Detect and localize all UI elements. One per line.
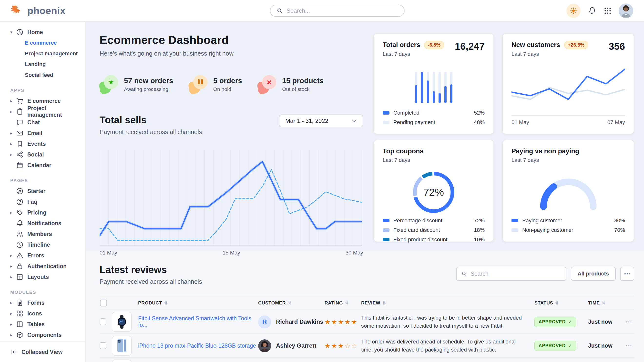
main-content: Ecommerce Dashboard Here's what's going …: [86, 22, 644, 362]
reviews-search-input[interactable]: Search: [456, 267, 566, 281]
sidebar-subitem-landing[interactable]: Landing: [6, 59, 79, 70]
top-coupons-card: Top coupons Last 7 days 72% Percentage d…: [373, 140, 494, 242]
stat-awating-processing: ★57 new ordersAwating processing: [100, 75, 173, 94]
sidebar-item-faq[interactable]: Faq: [6, 196, 79, 207]
global-search-input[interactable]: Search...: [270, 5, 404, 17]
iphone-image: [112, 336, 132, 356]
date-range-value: Mar 1 - 31, 2022: [285, 118, 328, 124]
sort-icon: ⇅: [602, 301, 606, 305]
sidebar-item-components[interactable]: ▸Components: [6, 330, 79, 340]
caret-right-icon: ▸: [10, 333, 16, 338]
sidebar-item-email[interactable]: ▸Email: [6, 128, 79, 139]
column-header-status[interactable]: STATUS⇅: [534, 300, 588, 306]
product-image: [112, 360, 132, 362]
chat-icon: [16, 119, 24, 126]
stat-title: 15 products: [282, 77, 324, 85]
caret-right-icon: ▸: [10, 152, 16, 157]
sidebar-item-pricing[interactable]: ▸Pricing: [6, 207, 79, 218]
sidebar-item-errors[interactable]: ▸Errors: [6, 250, 79, 261]
new-customers-title: New customers: [512, 41, 560, 49]
question-circle-icon: [16, 198, 24, 205]
sidebar-item-notifications[interactable]: Notifications: [6, 218, 79, 229]
total-sells-chart: 01 May15 May30 May: [100, 149, 363, 256]
sidebar-item-starter[interactable]: Starter: [6, 186, 79, 196]
row-checkbox[interactable]: [100, 342, 106, 349]
rating-stars: ★★★★★: [324, 318, 361, 326]
legend-swatch: [383, 219, 390, 222]
column-label: RATING: [324, 300, 343, 306]
sidebar-item-social[interactable]: ▸Social: [6, 149, 79, 160]
caret-right-icon: ▸: [10, 322, 16, 327]
row-more-button[interactable]: ⋯: [624, 318, 634, 326]
compass-icon: [16, 187, 24, 195]
review-time: Just now: [588, 319, 624, 325]
calendar-icon: [16, 162, 24, 169]
legend-label: Fixed product discount: [394, 236, 447, 243]
row-checkbox[interactable]: [100, 318, 106, 325]
column-header-rating[interactable]: RATING⇅: [324, 300, 361, 306]
paying-card: Paying vs non paying Last 7 days Paying …: [502, 140, 634, 242]
order-bar: [433, 72, 435, 103]
sidebar-item-icons[interactable]: ▸Icons: [6, 308, 79, 319]
caret-right-icon: ▸: [10, 274, 16, 280]
sidebar-subitem-e-commerce[interactable]: E commerce: [6, 37, 79, 48]
legend-value: 48%: [474, 119, 485, 126]
sidebar-menu: ▾HomeE commerceProject managementLanding…: [0, 22, 86, 342]
coupons-donut-center-label: 72%: [411, 170, 456, 215]
sidebar-item-timeline[interactable]: Timeline: [6, 239, 79, 250]
profile-avatar[interactable]: [618, 3, 633, 18]
sidebar-item-label: Chat: [27, 119, 40, 126]
column-label: PRODUCT: [138, 300, 162, 306]
row-more-button[interactable]: ⋯: [624, 342, 634, 350]
legend-value: 70%: [614, 227, 625, 233]
phoenix-logo-icon: [11, 4, 24, 17]
x-axis-label: 01 May: [512, 119, 529, 126]
columns-icon: [16, 321, 24, 328]
column-label: TIME: [588, 300, 600, 306]
sidebar-item-e-commerce[interactable]: ▸E commerce: [6, 96, 79, 106]
sidebar-item-events[interactable]: ▸Events: [6, 139, 79, 149]
sidebar-item-members[interactable]: Members: [6, 229, 79, 239]
sidebar-item-forms[interactable]: ▸Forms: [6, 297, 79, 308]
total-sells-header: Total sells Payment received across all …: [100, 115, 363, 136]
collapsed-view-label: Collapsed View: [22, 349, 62, 356]
legend-item-non-paying-customer: Non-paying customer70%: [512, 227, 625, 233]
column-header-customer[interactable]: CUSTOMER⇅: [258, 300, 324, 306]
sidebar-item-layouts[interactable]: ▸Layouts: [6, 272, 79, 282]
column-header-review[interactable]: REVIEW⇅: [361, 300, 534, 306]
sidebar-item-authentication[interactable]: ▸Authentication: [6, 261, 79, 272]
brand-name: phoenix: [27, 5, 66, 16]
collapsed-view-toggle[interactable]: Collapsed View: [0, 342, 86, 362]
product-link[interactable]: iPhone 13 pro max-Pacific Blue-128GB sto…: [138, 343, 256, 349]
notifications-button[interactable]: [588, 6, 597, 15]
column-header-product[interactable]: PRODUCT⇅: [112, 300, 258, 306]
legend-item-paying-customer: Paying customer30%: [512, 217, 625, 224]
sidebar-item-project-management[interactable]: ▸Project management: [6, 106, 79, 117]
sidebar-item-chat[interactable]: Chat: [6, 117, 79, 128]
x-axis-label: 01 May: [100, 250, 117, 256]
sidebar-subitem-social-feed[interactable]: Social feed: [6, 70, 79, 80]
sort-icon: ⇅: [164, 301, 168, 305]
stat-subtitle: On hold: [213, 86, 242, 92]
sidebar-item-home[interactable]: ▾Home: [6, 27, 79, 37]
reviews-table: PRODUCT⇅CUSTOMER⇅RATING⇅REVIEW⇅STATUS⇅TI…: [100, 296, 634, 362]
sidebar-item-label: Notifications: [27, 220, 61, 227]
file-text-icon: [16, 299, 24, 306]
apps-menu-button[interactable]: [604, 7, 611, 14]
reviews-more-button[interactable]: ⋯: [620, 267, 634, 281]
all-products-button[interactable]: All products: [571, 267, 616, 281]
product-link[interactable]: Fitbit Sense Advanced Smartwatch with To…: [138, 315, 258, 328]
sidebar-section-modules: MODULES: [10, 290, 79, 295]
select-all-checkbox[interactable]: [100, 300, 107, 306]
theme-toggle-button[interactable]: [566, 4, 580, 18]
sidebar-subitem-project-management[interactable]: Project management: [6, 48, 79, 59]
legend-swatch: [383, 111, 390, 115]
sidebar-item-label: Home: [27, 29, 43, 36]
order-bar: [427, 72, 429, 103]
sidebar-item-calendar[interactable]: Calendar: [6, 160, 79, 171]
date-range-select[interactable]: Mar 1 - 31, 2022: [279, 115, 363, 127]
sidebar-item-tables[interactable]: ▸Tables: [6, 319, 79, 330]
brand[interactable]: phoenix: [11, 4, 66, 17]
column-header-time[interactable]: TIME⇅: [588, 300, 624, 306]
paying-gauge-chart: [536, 174, 601, 210]
